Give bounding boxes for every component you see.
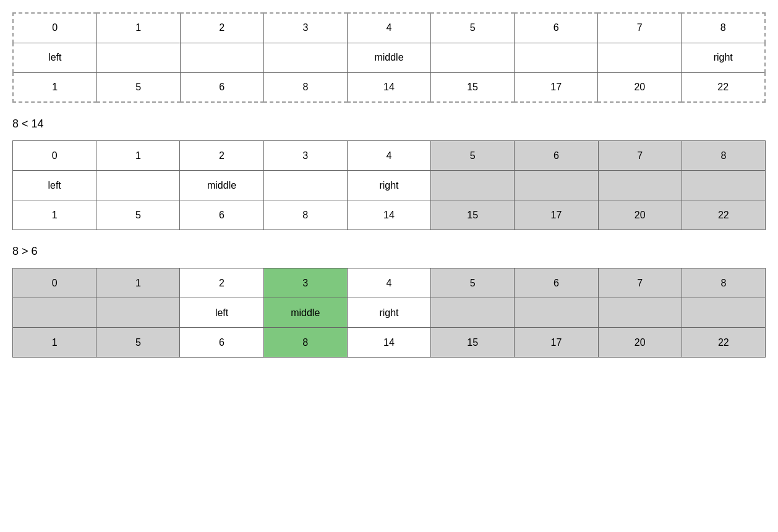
index-cell: 2	[180, 13, 263, 43]
section-table2: 012345678leftmiddleright15681415172022	[12, 140, 766, 230]
value-cell: 22	[682, 200, 765, 230]
index-cell: 0	[13, 13, 96, 43]
index-cell: 2	[180, 141, 263, 171]
index-cell: 2	[180, 268, 263, 298]
value-cell: 8	[263, 200, 347, 230]
comparison-label-2: 8 > 6	[12, 245, 766, 258]
value-cell: 15	[431, 328, 515, 358]
value-cell: 20	[598, 200, 682, 230]
label-cell: right	[347, 171, 430, 200]
label-cell	[598, 298, 682, 328]
table-3: 012345678leftmiddleright15681415172022	[12, 268, 766, 358]
label-cell	[515, 298, 598, 328]
index-cell: 5	[431, 268, 515, 298]
index-cell: 3	[263, 268, 347, 298]
label-cell	[515, 43, 598, 72]
index-cell: 1	[96, 13, 180, 43]
index-cell: 8	[682, 268, 765, 298]
value-cell: 1	[13, 328, 96, 358]
value-cell: 14	[347, 72, 430, 102]
label-cell: middle	[180, 171, 263, 200]
value-cell: 22	[682, 328, 765, 358]
value-cell: 5	[96, 328, 180, 358]
index-cell: 3	[263, 13, 347, 43]
value-cell: 8	[263, 328, 347, 358]
index-cell: 7	[598, 141, 682, 171]
index-cell: 6	[515, 141, 598, 171]
label-cell	[13, 298, 96, 328]
value-cell: 20	[598, 328, 682, 358]
value-cell: 15	[431, 200, 515, 230]
value-cell: 6	[180, 328, 263, 358]
label-cell	[598, 171, 682, 200]
comparison-label-1: 8 < 14	[12, 118, 766, 131]
label-cell	[598, 43, 682, 72]
label-cell	[431, 171, 515, 200]
value-cell: 14	[347, 328, 430, 358]
value-cell: 5	[96, 72, 180, 102]
value-cell: 5	[96, 200, 180, 230]
value-cell: 8	[263, 72, 347, 102]
index-cell: 4	[347, 13, 430, 43]
label-cell: middle	[347, 43, 430, 72]
label-cell: left	[13, 171, 96, 200]
index-cell: 4	[347, 268, 430, 298]
label-cell: left	[180, 298, 263, 328]
table-1: 012345678leftmiddleright15681415172022	[12, 12, 766, 103]
value-cell: 22	[682, 72, 765, 102]
index-cell: 5	[431, 13, 515, 43]
value-cell: 1	[13, 72, 96, 102]
table-2: 012345678leftmiddleright15681415172022	[12, 140, 766, 230]
index-cell: 6	[515, 268, 598, 298]
index-cell: 7	[598, 13, 682, 43]
value-cell: 15	[431, 72, 515, 102]
index-cell: 8	[682, 141, 765, 171]
index-cell: 6	[515, 13, 598, 43]
label-cell: left	[13, 43, 96, 72]
value-cell: 6	[180, 200, 263, 230]
label-cell: right	[347, 298, 430, 328]
label-cell	[515, 171, 598, 200]
label-cell	[682, 298, 765, 328]
index-cell: 7	[598, 268, 682, 298]
label-cell	[682, 171, 765, 200]
value-cell: 14	[347, 200, 430, 230]
index-cell: 0	[13, 141, 96, 171]
index-cell: 1	[96, 268, 180, 298]
section-table1: 012345678leftmiddleright15681415172022	[12, 12, 766, 103]
index-cell: 4	[347, 141, 430, 171]
label-cell	[96, 43, 180, 72]
label-cell	[96, 298, 180, 328]
label-cell: right	[682, 43, 765, 72]
index-cell: 3	[263, 141, 347, 171]
label-cell: middle	[263, 298, 347, 328]
label-cell	[180, 43, 263, 72]
section-table3: 012345678leftmiddleright15681415172022	[12, 268, 766, 358]
label-cell	[96, 171, 180, 200]
index-cell: 5	[431, 141, 515, 171]
label-cell	[263, 43, 347, 72]
value-cell: 1	[13, 200, 96, 230]
value-cell: 6	[180, 72, 263, 102]
index-cell: 0	[13, 268, 96, 298]
value-cell: 17	[515, 200, 598, 230]
index-cell: 8	[682, 13, 765, 43]
value-cell: 17	[515, 328, 598, 358]
value-cell: 20	[598, 72, 682, 102]
label-cell	[431, 298, 515, 328]
index-cell: 1	[96, 141, 180, 171]
value-cell: 17	[515, 72, 598, 102]
label-cell	[431, 43, 515, 72]
label-cell	[263, 171, 347, 200]
